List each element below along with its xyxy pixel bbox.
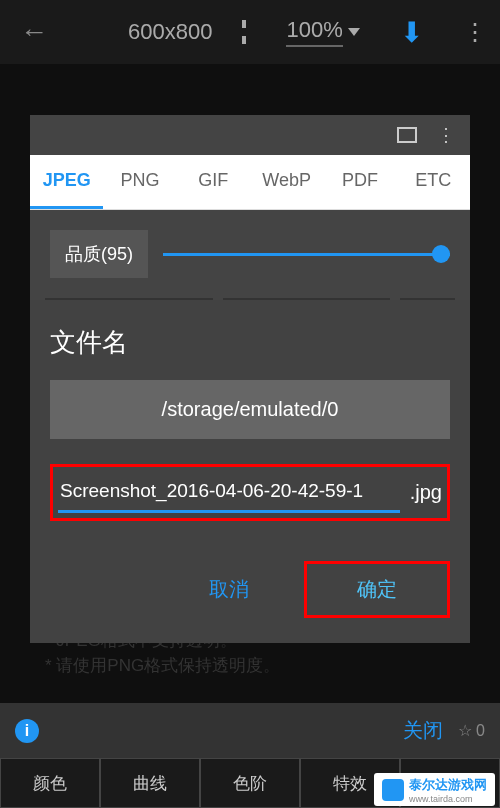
info-icon[interactable]: i (15, 719, 39, 743)
watermark-url: www.tairda.com (409, 794, 487, 804)
info-bar: i 关闭 ☆ 0 (0, 703, 500, 758)
slider-thumb[interactable] (432, 245, 450, 263)
image-size-label: 600x800 (128, 19, 212, 45)
top-toolbar: ← 600x800 100% ⬇ ⋮ (0, 0, 500, 64)
cancel-button[interactable]: 取消 (169, 561, 289, 618)
panel-more-icon[interactable]: ⋮ (437, 124, 455, 146)
image-icon[interactable] (397, 127, 417, 143)
tab-pdf[interactable]: PDF (323, 155, 396, 209)
quality-button[interactable]: 品质(95) (50, 230, 148, 278)
note-line2: * 请使用PNG格式保持透明度。 (45, 653, 455, 679)
filename-input[interactable] (58, 472, 400, 513)
watermark-logo-icon (382, 779, 404, 801)
dialog-buttons: 取消 确定 (50, 561, 450, 618)
panel-header: ⋮ (30, 115, 470, 155)
download-icon[interactable]: ⬇ (400, 16, 423, 49)
zoom-dropdown[interactable]: 100% (286, 17, 359, 47)
tool-levels[interactable]: 色阶 (200, 758, 300, 808)
tool-color[interactable]: 颜色 (0, 758, 100, 808)
watermark: 泰尔达游戏网 www.tairda.com (374, 773, 495, 806)
watermark-name: 泰尔达游戏网 (409, 777, 487, 792)
dialog-title: 文件名 (50, 325, 450, 360)
filename-row: .jpg (50, 464, 450, 521)
extension-label: .jpg (410, 481, 442, 504)
format-tabs: JPEG PNG GIF WebP PDF ETC (30, 155, 470, 210)
tab-etc[interactable]: ETC (397, 155, 470, 209)
back-icon[interactable]: ← (20, 16, 48, 48)
star-badge[interactable]: ☆ 0 (458, 721, 485, 740)
tab-gif[interactable]: GIF (177, 155, 250, 209)
fullscreen-icon[interactable] (242, 20, 246, 44)
more-icon[interactable]: ⋮ (463, 18, 487, 46)
quality-row: 品质(95) (30, 210, 470, 298)
tab-png[interactable]: PNG (103, 155, 176, 209)
path-button[interactable]: /storage/emulated/0 (50, 380, 450, 439)
close-button[interactable]: 关闭 (403, 717, 443, 744)
quality-slider[interactable] (163, 253, 450, 256)
tool-curves[interactable]: 曲线 (100, 758, 200, 808)
confirm-button[interactable]: 确定 (304, 561, 450, 618)
tab-webp[interactable]: WebP (250, 155, 323, 209)
tab-jpeg[interactable]: JPEG (30, 155, 103, 209)
filename-dialog: 文件名 /storage/emulated/0 .jpg 取消 确定 (30, 300, 470, 643)
